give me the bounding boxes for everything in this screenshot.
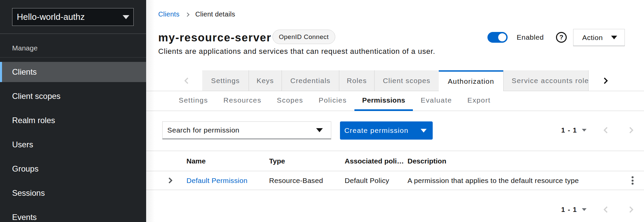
breadcrumb-clients-link[interactable]: Clients — [158, 10, 179, 18]
tab-settings[interactable]: Settings — [202, 70, 249, 91]
search-permission-select[interactable]: Search for permission — [162, 121, 331, 139]
realm-selector[interactable]: Hello-world-authz — [12, 8, 134, 26]
main-content: Clients Client details my-resource-serve… — [146, 0, 644, 222]
table-row: Default Permission Resource-Based Defaul… — [146, 171, 644, 190]
caret-down-icon — [421, 129, 427, 133]
tab-client-scopes[interactable]: Client scopes — [374, 70, 439, 91]
sidebar-divider — [0, 57, 146, 58]
permission-link[interactable]: Default Permission — [186, 177, 248, 184]
chevron-left-icon — [603, 127, 610, 134]
sidebar-item-realm-roles[interactable]: Realm roles — [0, 110, 146, 131]
realm-selector-label: Hello-world-authz — [17, 12, 85, 22]
column-header-name: Name — [186, 157, 269, 165]
pagination-next-button[interactable] — [626, 204, 635, 216]
pagination-prev-button[interactable] — [602, 204, 611, 216]
tabs-scroll-right-button[interactable] — [589, 70, 644, 91]
subtab-permissions[interactable]: Permissions — [354, 91, 413, 111]
sidebar: Hello-world-authz Manage Clients Client … — [0, 0, 146, 222]
sidebar-nav: Clients Client scopes Realm roles Users … — [0, 62, 146, 222]
protocol-badge: OpenID Connect — [272, 30, 335, 44]
tab-credentials[interactable]: Credentials — [282, 70, 339, 91]
row-description-cell: A permission that applies to the default… — [407, 177, 621, 185]
sidebar-item-events[interactable]: Events — [0, 207, 146, 222]
chevron-left-icon — [603, 206, 610, 213]
row-name-cell: Default Permission — [186, 177, 269, 185]
client-tabs: Settings Keys Credentials Roles Client s… — [146, 70, 644, 91]
table-header-row: Name Type Associated poli… Description — [146, 151, 644, 171]
keycloak-admin-console: Hello-world-authz Manage Clients Client … — [0, 0, 644, 222]
column-header-associated-policy: Associated poli… — [345, 157, 407, 165]
chevron-right-icon — [627, 127, 634, 134]
enabled-toggle[interactable] — [487, 32, 508, 43]
chevron-left-icon — [184, 77, 191, 84]
page-subtitle: Clients are applications and services th… — [158, 48, 435, 55]
caret-down-icon[interactable] — [582, 129, 587, 132]
action-dropdown-label: Action — [582, 34, 603, 42]
caret-down-icon — [611, 36, 617, 39]
column-header-type: Type — [269, 157, 345, 165]
subtab-resources[interactable]: Resources — [216, 91, 269, 111]
sidebar-divider — [0, 33, 146, 34]
nav-section-title: Manage — [12, 44, 38, 52]
tab-service-accounts-roles[interactable]: Service accounts roles — [503, 70, 589, 91]
subtab-settings[interactable]: Settings — [171, 91, 216, 111]
breadcrumb-separator-icon — [185, 12, 189, 17]
pagination-bottom: 1 - 1 — [561, 204, 635, 216]
permissions-table: Name Type Associated poli… Description D… — [146, 151, 644, 190]
tab-roles[interactable]: Roles — [339, 70, 374, 91]
subtab-policies[interactable]: Policies — [311, 91, 355, 111]
sidebar-item-clients[interactable]: Clients — [0, 62, 146, 82]
expand-row-icon[interactable] — [166, 177, 172, 183]
search-permission-placeholder: Search for permission — [167, 126, 240, 134]
pagination-next-button[interactable] — [626, 124, 635, 136]
breadcrumb-current: Client details — [195, 10, 235, 18]
kebab-menu-icon[interactable] — [630, 175, 635, 187]
action-dropdown-button[interactable]: Action — [573, 29, 625, 46]
authorization-subtabs: Settings Resources Scopes Policies Permi… — [146, 91, 644, 111]
pagination-range: 1 - 1 — [561, 126, 577, 134]
caret-down-icon[interactable] — [582, 208, 587, 211]
chevron-right-icon — [601, 77, 608, 84]
row-expand-cell — [146, 178, 186, 183]
chevron-right-icon — [627, 206, 634, 213]
subtab-evaluate[interactable]: Evaluate — [413, 91, 460, 111]
tab-authorization[interactable]: Authorization — [439, 70, 503, 91]
column-header-description: Description — [407, 157, 621, 165]
row-actions-cell — [621, 175, 644, 187]
tab-keys[interactable]: Keys — [249, 70, 282, 91]
tabs-scroll-left-button[interactable] — [146, 70, 202, 91]
subtab-export[interactable]: Export — [460, 91, 498, 111]
help-icon[interactable]: ? — [556, 32, 567, 43]
toggle-knob — [498, 33, 506, 41]
caret-down-icon — [123, 15, 129, 19]
breadcrumb: Clients Client details — [158, 10, 235, 18]
create-permission-button[interactable]: Create permission — [340, 121, 433, 140]
sidebar-item-groups[interactable]: Groups — [0, 159, 146, 179]
page-title: my-resource-server — [158, 31, 271, 44]
caret-down-icon — [316, 128, 323, 132]
pagination-prev-button[interactable] — [602, 124, 611, 136]
subtab-scopes[interactable]: Scopes — [269, 91, 311, 111]
sidebar-item-sessions[interactable]: Sessions — [0, 183, 146, 203]
pagination-range: 1 - 1 — [561, 206, 577, 214]
enabled-toggle-label: Enabled — [517, 34, 544, 41]
pagination-top: 1 - 1 — [561, 124, 635, 136]
sidebar-item-users[interactable]: Users — [0, 135, 146, 155]
row-associated-policy-cell: Default Policy — [345, 177, 407, 185]
sidebar-item-client-scopes[interactable]: Client scopes — [0, 86, 146, 106]
row-type-cell: Resource-Based — [269, 177, 345, 185]
create-permission-label: Create permission — [344, 126, 409, 135]
help-icon-glyph: ? — [559, 34, 563, 41]
